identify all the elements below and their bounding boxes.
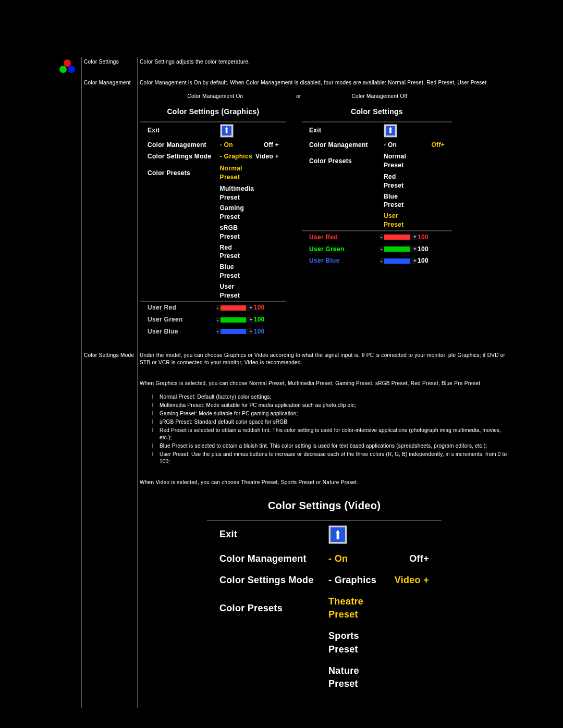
caption-cm-on: Color Management On	[140, 93, 291, 100]
osd-item-presets[interactable]: Color Presets	[148, 169, 220, 178]
rgb-icon	[59, 59, 77, 75]
osd-title: Color Settings (Video)	[207, 491, 442, 520]
slider-red[interactable]: -+	[220, 305, 249, 311]
preset-item[interactable]: Sports Preset	[328, 630, 387, 656]
mode-desc-1: Under the model, you can choose Graphics…	[140, 352, 509, 366]
slider-green[interactable]: -+	[384, 246, 413, 252]
preset-item[interactable]: Red Preset	[220, 243, 253, 261]
osd-value-off[interactable]: Off+	[387, 552, 429, 565]
osd-mode-graphics[interactable]: - Graphics	[328, 574, 387, 587]
row-label-color-settings-mode: Color Settings Mode	[82, 351, 138, 697]
preset-item[interactable]: User Preset	[220, 282, 253, 300]
osd-user-blue[interactable]: User Blue	[148, 327, 220, 336]
osd-mode-video[interactable]: Video +	[253, 152, 279, 161]
row-desc-color-settings: Color Settings adjusts the color tempera…	[138, 57, 511, 67]
row-label-color-management: Color Management	[82, 78, 138, 339]
osd-item-color-management[interactable]: Color Management	[148, 141, 220, 150]
osd-item-mode[interactable]: Color Settings Mode	[219, 574, 328, 587]
row-label-color-settings: Color Settings	[82, 57, 138, 67]
bullet-item: User Preset: Use the plus and minus butt…	[152, 451, 509, 465]
osd-user-red[interactable]: User Red	[148, 303, 220, 312]
preset-item[interactable]: Gaming Preset	[220, 204, 253, 221]
osd-exit[interactable]: Exit	[309, 126, 384, 135]
osd-value-off: Off+	[418, 141, 445, 150]
slider-blue[interactable]: -+	[220, 328, 249, 335]
osd-video: Color Settings (Video) Exit Color Manage…	[206, 490, 442, 696]
osd-exit[interactable]: Exit	[219, 528, 328, 541]
osd-item-presets[interactable]: Color Presets	[219, 602, 328, 615]
bullet-item: Multimedia Preset: Mode suitable for PC …	[152, 402, 509, 409]
osd-item-color-management[interactable]: Color Management	[219, 552, 328, 565]
exit-icon	[384, 124, 397, 138]
row-desc-color-management: Color Management is On by default. When …	[140, 79, 509, 87]
osd-value-on: - On	[220, 141, 253, 150]
preset-item[interactable]: Normal Preset	[220, 164, 253, 182]
preset-item[interactable]: Nature Preset	[328, 664, 387, 690]
exit-icon	[328, 525, 347, 544]
preset-item[interactable]: Blue Preset	[220, 263, 253, 280]
slider-blue[interactable]: -+	[384, 258, 413, 264]
slider-red[interactable]: -+	[384, 234, 413, 240]
preset-item[interactable]: Red Preset	[384, 172, 418, 190]
osd-user-red[interactable]: User Red	[309, 233, 384, 242]
caption-cm-off: Color Management Off	[307, 93, 452, 100]
preset-item[interactable]: sRGB Preset	[220, 224, 253, 241]
osd-user-green[interactable]: User Green	[148, 315, 220, 324]
osd-value-on[interactable]: - On	[384, 141, 418, 150]
osd-item-color-management[interactable]: Color Management	[309, 141, 384, 150]
preset-item[interactable]: Blue Preset	[384, 192, 418, 210]
osd-title: Color Settings	[302, 103, 452, 121]
preset-item[interactable]: User Preset	[384, 212, 418, 229]
mode-desc-2: When Graphics is selected, you can choos…	[140, 380, 509, 387]
mode-desc-3: When Video is selected, you can choose T…	[140, 479, 509, 486]
osd-graphics: Color Settings (Graphics) Exit Color Man…	[140, 102, 287, 338]
osd-item-presets[interactable]: Color Presets	[309, 157, 384, 166]
bullet-item: Gaming Preset: Mode suitable for PC gami…	[152, 410, 509, 417]
osd-title: Color Settings (Graphics)	[140, 103, 286, 121]
bullet-item: Red Preset is selected to obtain a reddi…	[152, 427, 509, 441]
preset-item[interactable]: Multimedia Preset	[220, 184, 254, 202]
slider-green[interactable]: -+	[220, 317, 249, 323]
bullet-item: sRGB Preset: Standard default color spac…	[152, 418, 509, 426]
osd-color-settings: Color Settings Exit Color Management - O…	[301, 102, 452, 338]
osd-user-green[interactable]: User Green	[309, 245, 384, 254]
exit-icon	[220, 124, 234, 138]
osd-item-mode[interactable]: Color Settings Mode	[148, 152, 220, 161]
preset-item[interactable]: Normal Preset	[384, 152, 418, 170]
osd-user-blue[interactable]: User Blue	[309, 256, 384, 265]
osd-mode-graphics: - Graphics	[220, 152, 253, 161]
preset-bullets: Normal Preset: Default (factory) color s…	[140, 393, 509, 465]
bullet-item: Normal Preset: Default (factory) color s…	[152, 393, 509, 401]
osd-value-off[interactable]: Off +	[253, 141, 279, 150]
caption-or: or	[291, 93, 307, 100]
osd-value-on: - On	[328, 552, 387, 565]
osd-exit[interactable]: Exit	[148, 126, 220, 135]
bullet-item: Blue Preset is selected to obtain a blui…	[152, 442, 509, 450]
osd-mode-video: Video +	[387, 574, 429, 587]
preset-item[interactable]: Theatre Preset	[328, 595, 387, 621]
